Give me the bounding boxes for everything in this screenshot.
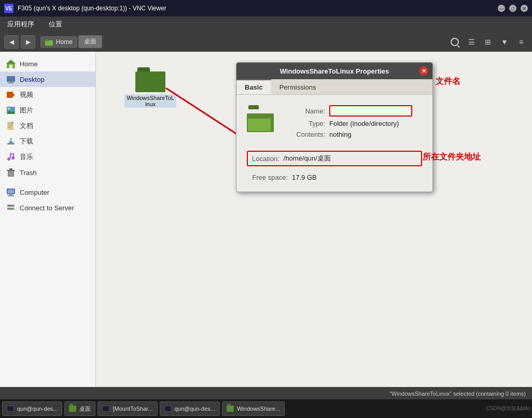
- svg-marker-3: [6, 60, 16, 64]
- contents-label: Contents:: [286, 131, 325, 138]
- document-icon: [6, 121, 16, 131]
- sidebar-item-video[interactable]: 视频: [0, 87, 95, 103]
- sidebar-item-downloads[interactable]: 下载: [0, 134, 95, 149]
- location-label: Location:: [252, 155, 279, 163]
- terminal-icon-2: [102, 406, 109, 412]
- taskbar-item-0[interactable]: qun@qun-des...: [2, 401, 62, 416]
- tab-basic[interactable]: Basic: [236, 79, 271, 94]
- svg-point-11: [8, 108, 10, 110]
- download-icon: [6, 137, 16, 146]
- taskbar-label-0: qun@qun-des...: [17, 406, 58, 412]
- search-button[interactable]: [448, 35, 461, 49]
- dialog-fields: Name: Type: Folder (inode/directory): [286, 105, 422, 138]
- video-icon: [6, 90, 16, 99]
- svg-rect-8: [7, 92, 13, 98]
- computer-icon: [6, 188, 16, 197]
- svg-point-38: [13, 208, 15, 210]
- sidebar-item-trash[interactable]: Trash: [0, 165, 95, 180]
- name-label: Name:: [286, 107, 325, 115]
- sidebar-item-images[interactable]: 图片: [0, 103, 95, 118]
- taskbar-label-3: qun@qun-des...: [175, 406, 215, 412]
- taskbar-right: CSDN@坦笑&&life: [486, 405, 530, 412]
- music-icon: [6, 152, 16, 162]
- statusbar-text: "WindowsShareToLinux" selected (containi…: [389, 391, 526, 397]
- tab-permissions[interactable]: Permissions: [271, 79, 325, 94]
- fm-content: Home Desktop: [0, 52, 532, 387]
- grid-view-button[interactable]: ⊞: [481, 35, 495, 49]
- svg-rect-4: [9, 65, 12, 68]
- contents-field-row: Contents: nothing: [286, 131, 422, 138]
- menu-item-places[interactable]: 位置: [46, 19, 65, 30]
- svg-rect-7: [8, 82, 14, 83]
- svg-marker-17: [11, 122, 13, 124]
- dialog-top-section: Name: Type: Folder (inode/directory): [247, 105, 422, 138]
- sidebar-item-docs[interactable]: 文档: [0, 118, 95, 134]
- annotation-filename: 文件名: [436, 76, 460, 87]
- terminal-icon-3: [164, 406, 172, 412]
- forward-button[interactable]: ▶: [21, 35, 35, 49]
- sidebar-separator: [0, 180, 95, 184]
- image-icon: [6, 106, 16, 115]
- sidebar-item-connect-server[interactable]: Connect to Server: [0, 200, 95, 215]
- svg-rect-14: [8, 124, 12, 125]
- taskbar-item-3[interactable]: qun@qun-des...: [160, 401, 220, 416]
- name-input[interactable]: [329, 105, 412, 117]
- svg-rect-29: [9, 171, 10, 176]
- terminal-icon-0: [7, 406, 14, 412]
- taskbar-item-2[interactable]: [MountToShar...: [97, 401, 157, 416]
- svg-rect-25: [13, 154, 14, 158]
- maximize-button[interactable]: □: [509, 5, 516, 12]
- folder-body: [135, 71, 165, 92]
- home-icon: [6, 59, 16, 68]
- sidebar-item-music[interactable]: 音乐: [0, 149, 95, 165]
- sort-button[interactable]: ▼: [498, 35, 511, 49]
- svg-rect-30: [12, 171, 13, 176]
- breadcrumb-bar: Home 桌面: [40, 35, 102, 48]
- properties-dialog: WindowsShareToLinux Properties ✕ Basic P…: [236, 62, 433, 192]
- svg-rect-5: [7, 76, 15, 82]
- dialog-close-button[interactable]: ✕: [419, 66, 428, 76]
- sidebar-item-home[interactable]: Home: [0, 56, 95, 71]
- menu-item-apps[interactable]: 应用程序: [4, 19, 37, 30]
- location-row: Location: /home/qun/桌面: [247, 151, 422, 166]
- server-icon: [6, 203, 16, 212]
- type-label: Type:: [286, 120, 325, 127]
- freespace-row: Free space: 17.9 GB: [247, 174, 422, 181]
- list-view-button[interactable]: ☰: [465, 35, 478, 49]
- vnc-window: VE F305 (qun's X desktop (qun-desktop:1)…: [0, 0, 532, 418]
- fm-statusbar: "WindowsShareToLinux" selected (containi…: [0, 387, 532, 399]
- menu-button[interactable]: ≡: [514, 35, 528, 49]
- taskbar-item-1[interactable]: 桌面: [64, 401, 95, 416]
- svg-rect-1: [45, 39, 48, 41]
- svg-rect-32: [8, 190, 14, 193]
- dialog-titlebar: WindowsShareToLinux Properties ✕: [236, 63, 432, 79]
- back-button[interactable]: ◀: [4, 35, 19, 49]
- fm-sidebar: Home Desktop: [0, 52, 96, 387]
- taskbar: qun@qun-des... 桌面 [MountToShar... qun@qu…: [0, 399, 532, 418]
- toolbar-right: ☰ ⊞ ▼ ≡: [448, 35, 528, 49]
- sidebar-item-computer[interactable]: Computer: [0, 184, 95, 200]
- window-title: F305 (qun's X desktop (qun-desktop:1)) -…: [18, 5, 498, 12]
- desktop-folder-item[interactable]: WindowsShareToLinux: [124, 67, 176, 108]
- svg-rect-26: [8, 170, 14, 177]
- sidebar-item-desktop[interactable]: Desktop: [0, 71, 95, 87]
- fm-files-area[interactable]: WindowsShareToLinux: [96, 52, 532, 387]
- linux-desktop: 应用程序 位置 ◀ ▶ Home 桌面: [0, 17, 532, 399]
- svg-marker-9: [12, 93, 15, 97]
- file-manager: ◀ ▶ Home 桌面: [0, 32, 532, 399]
- close-button[interactable]: ✕: [521, 5, 528, 12]
- vnc-icon: VE: [4, 4, 13, 13]
- search-icon: [451, 38, 459, 46]
- trash-icon: [6, 168, 16, 177]
- type-field-row: Type: Folder (inode/directory): [286, 120, 422, 127]
- annotation-location: 所在文件夹地址: [423, 152, 481, 163]
- svg-rect-24: [10, 153, 14, 154]
- breadcrumb-desktop[interactable]: 桌面: [78, 35, 102, 48]
- folder-icon: [45, 38, 53, 46]
- watermark-text: CSDN@坦笑&&life: [486, 405, 530, 412]
- breadcrumb-home[interactable]: Home: [40, 36, 77, 48]
- name-field-row: Name:: [286, 105, 422, 117]
- taskbar-item-4[interactable]: WindowsShare...: [222, 401, 285, 416]
- svg-rect-33: [9, 194, 12, 195]
- minimize-button[interactable]: —: [498, 5, 505, 12]
